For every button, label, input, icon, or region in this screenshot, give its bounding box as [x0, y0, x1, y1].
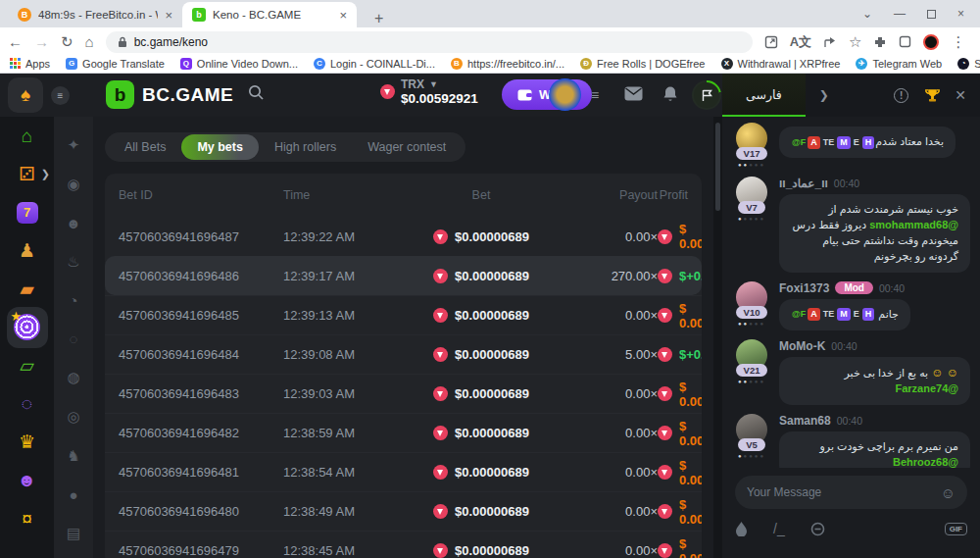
mention[interactable]: @Farzane74 — [895, 382, 958, 394]
maximize-icon[interactable] — [927, 10, 936, 19]
tab-close-icon[interactable]: × — [339, 8, 347, 23]
bookmark-item[interactable]: ✈Telegram Web — [856, 58, 942, 70]
emoji-smiley-icon[interactable]: ☺ — [941, 484, 956, 501]
tab-search-icon[interactable] — [899, 35, 911, 48]
sidebar2-crash-icon[interactable]: ✦ — [68, 136, 80, 154]
window-close-icon[interactable]: × — [957, 7, 964, 21]
sidebar-item-casino-dice[interactable]: ⚂❯ — [0, 155, 54, 193]
mail-icon[interactable] — [624, 86, 643, 101]
table-row[interactable]: 4570603694169648412:39:08 AM$0.000006895… — [105, 334, 702, 374]
table-row[interactable]: 4570603694169648212:38:59 AM$0.000006890… — [105, 413, 702, 452]
tab-close-icon[interactable]: × — [165, 8, 172, 23]
bets-tab-high-rollers[interactable]: High rollers — [259, 134, 352, 160]
browser-tab[interactable]: B48m:9s - FreeBitco.in - Win free × — [8, 2, 182, 27]
tip-coin-icon[interactable] — [810, 522, 825, 536]
reload-icon[interactable]: ↻ — [61, 34, 74, 49]
sidebar2-knight-icon[interactable]: ♞ — [67, 447, 79, 465]
sidebar-item-home[interactable]: ⌂ — [0, 117, 54, 155]
collapse-menu-icon[interactable]: ≡ — [51, 86, 70, 105]
bell-icon[interactable] — [662, 85, 678, 103]
chevron-right-icon[interactable]: ❯ — [819, 88, 829, 102]
table-row[interactable]: 4570603694169648312:39:03 AM$0.000006890… — [105, 374, 702, 413]
extensions-icon[interactable] — [873, 35, 887, 49]
window-chevron-icon[interactable]: ⌄ — [862, 7, 872, 21]
chat-close-icon[interactable]: ✕ — [955, 87, 966, 103]
table-row[interactable]: 4570603694169648512:39:13 AM$0.000006890… — [105, 295, 702, 334]
bets-tab-my-bets[interactable]: My bets — [181, 134, 259, 160]
chat-rules-icon[interactable]: ! — [894, 88, 908, 103]
kebab-menu-icon[interactable]: ⋮ — [951, 33, 965, 51]
new-tab-button[interactable]: + — [367, 10, 391, 27]
sidebar2-eightball-icon[interactable]: ◉ — [67, 176, 79, 193]
table-row[interactable]: 4570603694169648712:39:22 AM$0.000006890… — [105, 217, 702, 256]
bet-amount: $0.00000689 — [455, 347, 529, 362]
translate-icon[interactable]: A文 — [790, 33, 811, 51]
share-icon[interactable] — [823, 35, 837, 49]
home-icon[interactable]: ⌂ — [85, 34, 94, 49]
open-media-icon[interactable] — [764, 35, 778, 49]
gif-icon[interactable]: GIF — [945, 523, 967, 535]
chat-message-input[interactable] — [747, 485, 933, 499]
forward-icon[interactable]: → — [34, 34, 49, 49]
chat-language-tab[interactable]: فارسی — [722, 74, 806, 117]
username[interactable]: ıı_عماد_ıı — [779, 177, 828, 190]
bookmark-item[interactable]: QOnline Video Down... — [180, 58, 298, 70]
bcgame-logo[interactable]: b BC.GAME — [106, 80, 233, 109]
rank-list-icon[interactable]: ≡ — [591, 87, 599, 103]
sidebar2-coins-icon[interactable]: ◎ — [67, 408, 79, 426]
mention[interactable]: @Behrooz68 — [893, 456, 958, 468]
spade-lobby-button[interactable]: ♠ — [8, 77, 43, 113]
sidebar2-cards-icon[interactable]: ▤ — [67, 525, 80, 542]
bookmark-item[interactable]: ÐFree Rolls | DOGEfree — [580, 58, 705, 70]
user-avatar[interactable] — [549, 78, 581, 111]
sidebar2-gorilla-icon[interactable]: ☻ — [66, 215, 81, 231]
table-row[interactable]: 4570603694169648112:38:54 AM$0.000006890… — [105, 452, 702, 491]
sidebar2-wheel-icon[interactable]: ◌ — [70, 330, 78, 347]
sidebar2-fruit-icon[interactable]: ● — [69, 486, 77, 503]
bookmark-star-icon[interactable]: ☆ — [849, 33, 861, 51]
sidebar-item-vip-crown[interactable]: ♛ — [0, 423, 54, 461]
bookmark-item[interactable]: Apps — [10, 58, 50, 70]
sidebar-item-originals[interactable]: ♟ — [0, 231, 54, 270]
chat-input-wrap[interactable]: ☺ — [735, 476, 967, 509]
sidebar-item-social[interactable]: ☻ — [0, 461, 54, 499]
bets-tab-wager-contest[interactable]: Wager contest — [352, 134, 462, 160]
sidebar-item-coins-balance[interactable]: ¤ — [0, 499, 54, 537]
sidebar-item-slots-seven[interactable]: 7 — [0, 193, 54, 231]
username[interactable]: Saman68 — [779, 414, 831, 428]
bookmark-item[interactable]: XWithdrawal | XRPfree — [721, 58, 841, 70]
table-row[interactable]: 4570603694169648612:39:17 AM$0.000006892… — [105, 256, 702, 295]
bets-tab-all-bets[interactable]: All Bets — [109, 134, 181, 160]
sidebar-item-lottery-tickets[interactable]: ▰ — [0, 270, 54, 308]
browser-tab[interactable]: bKeno - BC.GAME× — [182, 2, 357, 27]
table-row[interactable]: 4570603694169648012:38:49 AM$0.000006890… — [105, 491, 702, 531]
chat-avatar-block: V21●●●●● — [732, 339, 771, 405]
search-icon[interactable] — [247, 83, 265, 101]
trophy-icon[interactable] — [924, 87, 941, 104]
bet-amount: $0.00000689 — [455, 269, 529, 283]
back-icon[interactable]: ← — [8, 34, 23, 49]
currency-selector[interactable]: TRX ▼ $0.00592921 — [380, 77, 478, 106]
username[interactable]: Foxi1373 — [779, 281, 829, 295]
rain-drop-icon[interactable] — [735, 521, 748, 536]
sidebar-item-racing-ticket[interactable]: ▱ — [0, 346, 54, 384]
mention[interactable]: @smohammad68 — [869, 219, 958, 230]
minimize-icon[interactable]: — — [894, 7, 906, 21]
bookmark-item[interactable]: ◔Speedtest by Ookla... — [957, 58, 980, 70]
sidebar-item-roulette[interactable]: ◌ — [0, 384, 54, 423]
bookmark-item[interactable]: Bhttps://freebitco.in/... — [451, 58, 564, 70]
slash-command-icon[interactable]: /_ — [773, 521, 785, 536]
sidebar2-plinko-icon[interactable]: ◔ — [69, 292, 77, 309]
profile-avatar[interactable] — [923, 34, 939, 50]
sidebar2-egg-icon[interactable]: ◍ — [67, 369, 79, 386]
main-scrollbar[interactable] — [713, 117, 722, 558]
bookmark-item[interactable]: CLogin - COINALL-Di... — [314, 58, 435, 70]
quest-flag-icon[interactable] — [692, 80, 721, 110]
sidebar-item-keno-target[interactable]: ★ — [0, 308, 54, 346]
address-bar[interactable]: bc.game/keno — [106, 31, 753, 53]
username[interactable]: MoMo-K — [779, 339, 825, 353]
profit-amount: $+0.00002758 — [679, 347, 702, 362]
sidebar2-mines-icon[interactable]: ♨ — [67, 253, 79, 271]
table-row[interactable]: 4570603694169647912:38:45 AM$0.000006890… — [105, 531, 702, 558]
bookmark-item[interactable]: GGoogle Translate — [66, 58, 165, 70]
